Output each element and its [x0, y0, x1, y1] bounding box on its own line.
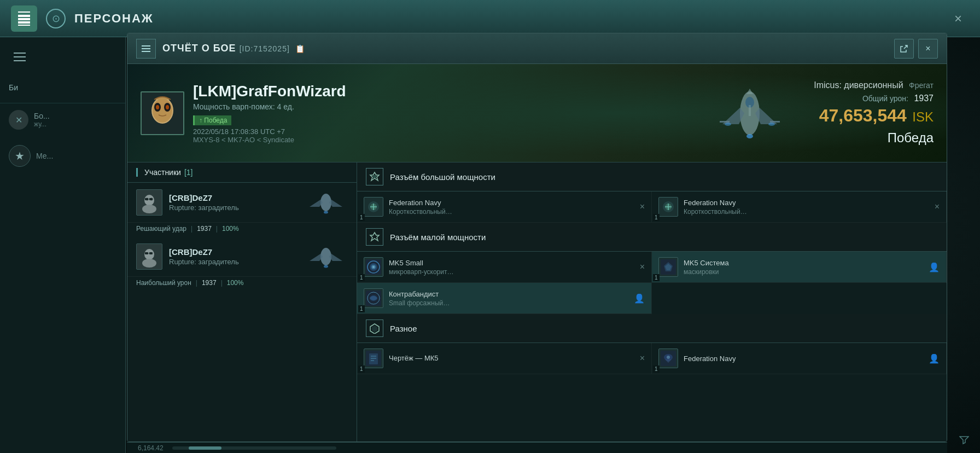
- high-power-icon: [366, 168, 383, 185]
- misc-title: Разное: [390, 324, 417, 333]
- top-menu-button[interactable]: [11, 5, 37, 32]
- equip-close-hp-2[interactable]: ×: [935, 202, 940, 212]
- star-icon: ★: [9, 145, 31, 167]
- app-title: ПЕРСОНАЖ: [74, 11, 154, 26]
- svg-point-47: [372, 266, 375, 268]
- bottom-value: 6,164.42: [138, 444, 164, 452]
- misc-header: Разное: [357, 314, 947, 343]
- equip-icon-mp-1: [364, 257, 383, 277]
- equip-sub-hp-1: Короткоствольный…: [389, 208, 634, 216]
- stat-label-2: Наибольший урон: [136, 279, 191, 287]
- hero-section: [LKM]GrafFonWizard Мощность варп-помех: …: [127, 64, 947, 162]
- equip-item-mp-2[interactable]: 1 MK5 Система маскировки: [652, 252, 947, 283]
- participant-item[interactable]: [CRB]DeZ7 Rupture: заградитель: [127, 183, 357, 223]
- svg-point-31: [142, 259, 156, 268]
- participants-title: Участники: [144, 168, 181, 177]
- hamburger-icon: [18, 18, 30, 19]
- equip-close-mp-1[interactable]: ×: [640, 262, 645, 272]
- equip-icon-hp-2: [658, 197, 678, 217]
- panel-menu-button[interactable]: [136, 39, 156, 59]
- panel-close-button[interactable]: ×: [918, 39, 938, 59]
- bottom-bar: 6,164.42: [127, 442, 947, 453]
- equip-count-hp-2: 1: [653, 214, 660, 221]
- svg-point-10: [156, 105, 159, 109]
- sidebar-me-label: Ме...: [36, 152, 53, 160]
- stat-damage-2: 1937: [202, 279, 217, 287]
- damage-label: Общий урон:: [862, 94, 908, 103]
- scrollbar-thumb[interactable]: [189, 446, 221, 450]
- svg-point-61: [667, 356, 670, 359]
- filter-icon[interactable]: [959, 435, 969, 448]
- participant-avatar-1: [136, 189, 162, 216]
- svg-rect-2: [14, 60, 26, 61]
- participant-info-2: [CRB]DeZ7 Rupture: заградитель: [169, 247, 298, 266]
- hero-right: Imicus: диверсионный Фрегат Общий урон: …: [814, 80, 934, 146]
- equip-close-misc-1[interactable]: ×: [640, 353, 645, 363]
- equip-info-hp-1: Federation Navy Короткоствольный…: [389, 199, 634, 216]
- equip-item-misc-2[interactable]: 1 Federation Navy 👤: [652, 343, 947, 374]
- med-power-icon: [366, 228, 383, 246]
- participant-stats-2: Наибольший урон | 1937 | 100%: [127, 277, 357, 291]
- equipment-panel: Разъём большой мощности 1: [357, 162, 947, 442]
- ship-image: [706, 75, 794, 152]
- equip-info-kontr: Контрабандист Small форсажный…: [389, 290, 628, 307]
- equip-item-hp-2[interactable]: 1 Federation Navy Короткоствольный…: [652, 191, 947, 223]
- equip-name-hp-2: Federation Navy: [684, 199, 929, 207]
- equip-count-kontr: 1: [358, 305, 365, 312]
- left-sidebar: Би ✕ Бо... жу... ★ Ме...: [0, 37, 126, 453]
- participant-name-2: [CRB]DeZ7: [169, 247, 298, 257]
- sidebar-item-me[interactable]: ★ Ме...: [0, 136, 125, 176]
- participant-name-1: [CRB]DeZ7: [169, 193, 298, 202]
- participants-panel: Участники [1]: [127, 162, 357, 442]
- high-power-title: Разъём большой мощности: [390, 172, 495, 182]
- equip-name-misc-1: Чертёж — МК5: [389, 354, 634, 362]
- sidebar-combat-label: Бо...: [34, 112, 50, 120]
- med-power-header: Разъём малой мощности: [357, 223, 947, 252]
- top-nav: ⊙ ПЕРСОНАЖ ×: [0, 0, 980, 37]
- sidebar-menu-button[interactable]: [7, 44, 33, 70]
- equip-name-mp-1: MK5 Small: [389, 259, 634, 267]
- equip-close-hp-1[interactable]: ×: [640, 202, 645, 212]
- svg-point-36: [373, 175, 376, 178]
- equip-item-mp-1[interactable]: 1 MK5 Small микроварп-ускорит…: [357, 252, 652, 283]
- equip-sub-mp-2: маскировки: [684, 268, 923, 276]
- equip-name-misc-2: Federation Navy: [684, 355, 923, 363]
- participant-avatar-2: [136, 243, 162, 270]
- svg-point-13: [725, 123, 731, 126]
- svg-point-16: [746, 134, 753, 138]
- equip-count-misc-1: 1: [358, 365, 365, 373]
- equip-sub-hp-2: Короткоствольный…: [684, 208, 929, 216]
- equip-item-kontr[interactable]: 1 Контрабандист Small форсажный… 👤: [357, 283, 652, 314]
- misc-icon: [366, 320, 383, 337]
- equip-info-misc-2: Federation Navy: [684, 355, 923, 363]
- participants-header: Участники [1]: [127, 162, 357, 183]
- isk-value: 47,653,544: [819, 106, 907, 125]
- equip-item-hp-1[interactable]: 1 Federation Navy Короткоствольный…: [357, 191, 652, 223]
- equip-name-hp-1: Federation Navy: [389, 199, 634, 207]
- panel-header: ОТЧЁТ О БОЕ [ID:7152025] 📋 ×: [127, 33, 947, 64]
- sidebar-combat: ✕ Бо... жу...: [0, 103, 125, 136]
- section-accent: [136, 168, 138, 177]
- sidebar-combat-sub: жу...: [34, 120, 50, 128]
- svg-rect-55: [369, 353, 378, 364]
- equip-sub-kontr: Small форсажный…: [389, 299, 628, 307]
- equip-info-misc-1: Чертёж — МК5: [389, 354, 634, 363]
- svg-point-35: [324, 265, 328, 268]
- content-area: Участники [1]: [127, 162, 947, 442]
- participant-item-2[interactable]: [CRB]DeZ7 Rupture: заградитель: [127, 237, 357, 277]
- equip-name-kontr: Контрабандист: [389, 290, 628, 298]
- hamburger-icon: [18, 21, 30, 22]
- panel-title: ОТЧЁТ О БОЕ [ID:7152025] 📋: [162, 43, 305, 54]
- sidebar-item-bio[interactable]: Би: [0, 77, 125, 98]
- top-close-button[interactable]: ×: [947, 8, 969, 30]
- svg-rect-33: [149, 252, 153, 254]
- equip-info-mp-2: MK5 Система маскировки: [684, 259, 923, 276]
- character-icon: ⊙: [46, 9, 66, 28]
- export-button[interactable]: [894, 39, 914, 59]
- participant-info-1: [CRB]DeZ7 Rupture: заградитель: [169, 193, 298, 212]
- scrollbar-track[interactable]: [172, 446, 336, 450]
- isk-row: 47,653,544 ISK: [814, 106, 934, 126]
- victory-badge: ↑ Победа: [193, 115, 231, 125]
- equip-item-misc-1[interactable]: 1 Чертёж — МК5 ×: [357, 343, 652, 374]
- equip-count-misc-2: 1: [653, 365, 660, 373]
